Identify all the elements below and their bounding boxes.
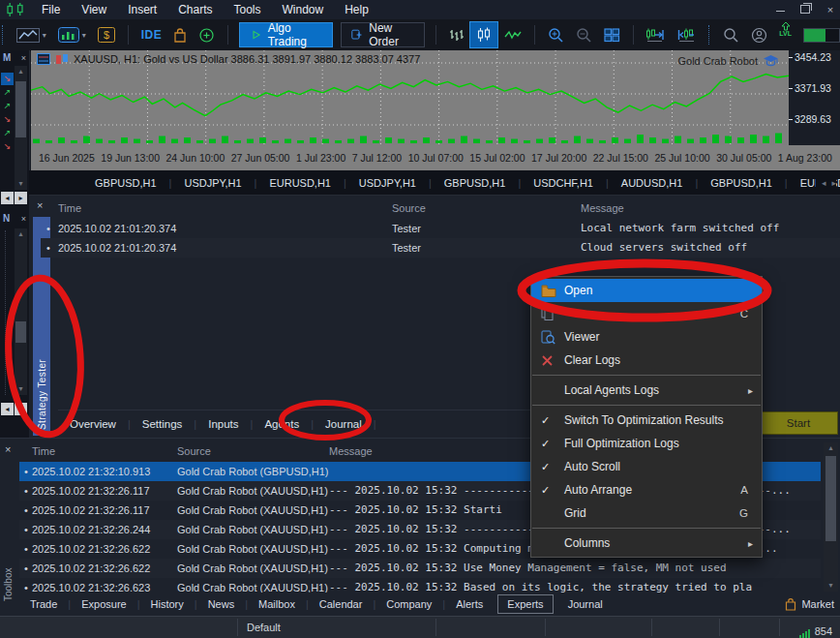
close-icon[interactable]: × [21,53,26,63]
dock-symbol-item[interactable]: ↘ [1,140,14,153]
scrollbar-thumb[interactable] [15,81,26,137]
menu-item-columns[interactable]: Columns▸ [531,532,762,555]
algo-trading-button[interactable]: Algo Trading [239,22,333,47]
toolbox-tab-company[interactable]: Company [375,598,442,610]
journal-row[interactable]: •2025.10.02 21:32:26.622Gold Crab Robot … [19,559,821,578]
chart-toolbar-icon-1[interactable] [37,53,50,65]
menu-item-full-optimization-logs[interactable]: ✓Full Optimization Logs [531,432,762,455]
scroll-down-icon[interactable]: ▾ [824,580,838,592]
chart-tab-4[interactable]: GBPUSD,H1 [432,177,519,189]
journal-row[interactable]: •2025.10.02 21:01:20.374TesterCloud serv… [41,238,840,258]
journal-row[interactable]: •2025.10.02 21:01:20.374TesterLocal netw… [41,219,840,238]
scrollbar-thumb[interactable] [825,456,836,541]
dock-scrollbar[interactable]: ▴ ▾ [15,66,27,190]
journal-row[interactable]: •2025.10.02 21:32:26.623Gold Crab Robot … [19,578,821,592]
column-header-message[interactable]: Message [329,441,373,462]
dock-symbol-item[interactable]: ↘ [1,113,14,126]
column-header-time[interactable]: Time [32,441,55,462]
chart-tab-7[interactable]: GBPUSD,H1 [698,177,785,189]
community-button[interactable] [193,22,221,47]
shift-chart-button[interactable] [671,22,702,47]
toolbox-tab-trade[interactable]: Trade [19,598,68,610]
close-icon[interactable]: × [5,443,11,455]
new-order-button[interactable]: New Order [341,22,425,47]
menu-item-local-agents-logs[interactable]: Local Agents Logs▸ [531,379,762,402]
tester-tab-overview[interactable]: Overview [58,418,128,430]
price-chart-area[interactable]: XAUUSD, H1: Gold vs US Dollar 3886.31 38… [31,50,789,146]
close-icon[interactable]: × [21,214,26,224]
menu-item-auto-arrange[interactable]: ✓Auto ArrangeA [531,478,762,501]
toolbox-tab-experts[interactable]: Experts [497,594,553,614]
column-header-message[interactable]: Message [581,197,624,219]
scroll-up-icon[interactable]: ▴ [15,228,27,240]
market-button[interactable]: Market [785,592,834,617]
scrollbar-thumb[interactable] [15,321,26,343]
tile-windows-button[interactable] [598,22,626,47]
tester-tab-journal[interactable]: Journal [314,418,374,430]
menu-tools[interactable]: Tools [224,3,272,16]
menu-file[interactable]: File [31,3,71,16]
zoom-in-button[interactable] [542,22,570,47]
chart-toolbar-icon-2[interactable] [55,53,69,65]
toolbox-tab-calendar[interactable]: Calendar [309,598,374,610]
bar-chart-mode-button[interactable] [443,22,469,47]
tabs-scroll-left-icon[interactable]: ◂ [822,178,826,188]
search-button[interactable] [717,22,745,47]
zoom-out-button[interactable] [570,22,598,47]
shift-end-button[interactable] [640,22,671,47]
tester-tab-inputs[interactable]: Inputs [196,418,250,430]
price-scale[interactable]: 3454.233371.933289.63 [789,50,840,145]
toolbox-tab-alerts[interactable]: Alerts [445,598,494,610]
chart-tab-3[interactable]: USDJPY,H1 [346,177,429,189]
lvl-indicator[interactable]: LVL [773,22,797,47]
scroll-up-icon[interactable]: ▴ [15,66,27,77]
market-bag-button[interactable] [167,22,193,47]
menu-item-auto-scroll[interactable]: ✓Auto Scroll [531,455,762,478]
indicators-button[interactable]: ▾ [52,22,92,47]
ide-button[interactable]: IDE [135,22,168,47]
journal-scrollbar[interactable]: ▴ ▾ [824,442,838,592]
trading-dialog-button[interactable]: $ [92,22,121,47]
chart-window-button[interactable]: ▾ [11,22,52,47]
column-header-time[interactable]: Time [58,197,81,219]
toolbox-tab-exposure[interactable]: Exposure [71,598,136,610]
candlestick-mode-button[interactable] [469,21,498,48]
scroll-right-icon[interactable]: ▸ [15,403,27,415]
dock-symbol-item[interactable]: ↗ [1,100,14,112]
tabs-scroll-right-icon[interactable]: ▸ [831,178,836,188]
tester-tab-settings[interactable]: Settings [131,418,195,430]
profile-button[interactable] [745,22,773,47]
menu-item-clear-logs[interactable]: Clear Logs [531,349,762,372]
scroll-down-icon[interactable]: ▾ [15,383,27,395]
menu-item-grid[interactable]: GridG [531,501,762,525]
dock-symbol-item[interactable]: ↗ [1,86,14,99]
tester-tab-agents[interactable]: Agents [253,418,311,430]
line-chart-mode-button[interactable] [498,22,527,47]
toolbox-vertical-tab[interactable]: Toolbox [0,524,15,601]
chart-tab-2[interactable]: EURUSD,H1 [256,177,344,189]
dock-symbol-item[interactable]: ↘ [1,73,14,85]
chart-tab-6[interactable]: AUDUSD,H1 [609,177,696,189]
scroll-up-icon[interactable]: ▴ [824,442,838,454]
start-button[interactable]: Start [759,411,838,435]
column-header-source[interactable]: Source [177,441,211,462]
menu-insert[interactable]: Insert [117,3,167,16]
dock-symbol-item[interactable]: ↗ [1,127,14,139]
close-button[interactable]: × [825,0,836,19]
graduation-cap-icon[interactable] [763,54,779,67]
profile-name[interactable]: Default [247,617,281,638]
menu-view[interactable]: View [71,3,117,16]
menu-item-copy-icon[interactable]: C [531,302,762,325]
menu-charts[interactable]: Charts [167,3,223,16]
toolbox-tab-history[interactable]: History [140,598,195,610]
menu-help[interactable]: Help [334,3,379,16]
chart-tab-0[interactable]: GBPUSD,H1 [82,177,169,189]
chart-tab-5[interactable]: USDCHF,H1 [521,177,606,189]
toolbar-drag-handle[interactable] [2,25,4,45]
menu-item-switch-to-optimization-results[interactable]: ✓Switch To Optimization Results [531,409,762,432]
menu-item-viewer[interactable]: Viewer [531,325,762,349]
time-axis[interactable]: 16 Jun 202519 Jun 13:0024 Jun 10:0027 Ju… [31,145,840,170]
toolbox-tab-news[interactable]: News [197,598,246,610]
toolbox-tab-journal[interactable]: Journal [557,598,614,610]
scroll-right-icon[interactable]: ▸ [15,192,27,204]
